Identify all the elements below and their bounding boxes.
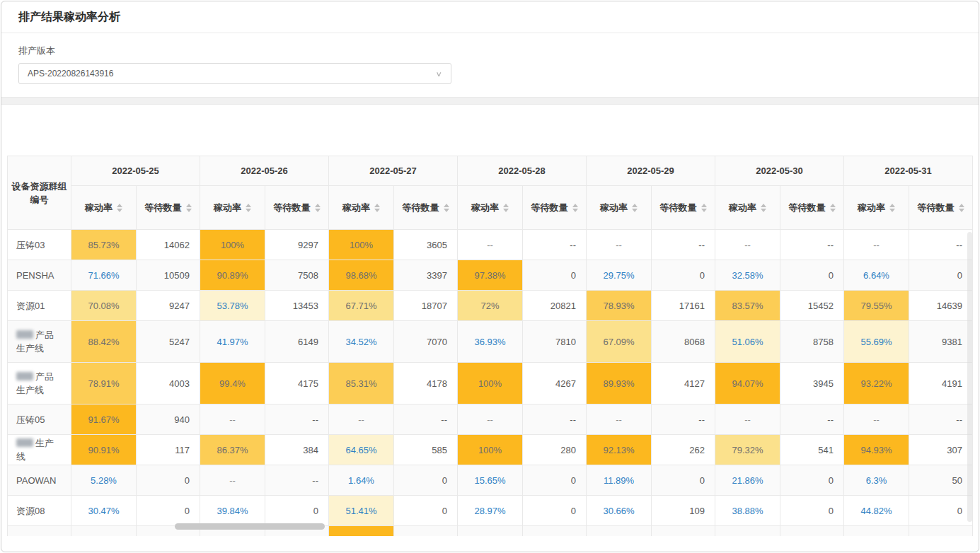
rate-column-header-inner: 稼动率	[715, 202, 780, 214]
rate-cell[interactable]: 21.86%	[715, 465, 780, 496]
sort-icon[interactable]	[374, 204, 380, 212]
rate-cell[interactable]: 6.3%	[844, 465, 909, 496]
rate-cell[interactable]: 100%	[458, 435, 523, 465]
rate-cell[interactable]: 83.57%	[715, 291, 780, 321]
wait-column-header-inner: 等待数量	[137, 202, 200, 214]
rate-cell[interactable]: 55.69%	[844, 321, 909, 363]
wait-quantity-cell: 0	[652, 260, 715, 291]
rate-column-header-inner: 稼动率	[200, 202, 265, 214]
rate-cell[interactable]: 90.89%	[200, 260, 265, 291]
date-column-header: 2022-05-26	[200, 156, 329, 186]
row-label: 产品生产线	[8, 363, 71, 404]
rate-cell[interactable]: 79.55%	[844, 291, 909, 321]
sort-icon[interactable]	[246, 204, 251, 212]
sort-icon[interactable]	[959, 204, 964, 212]
row-label: 压铸03	[8, 230, 71, 260]
rate-cell[interactable]: 72%	[458, 291, 523, 321]
rate-cell[interactable]: 51.06%	[715, 321, 780, 363]
rate-cell[interactable]: 30.66%	[587, 496, 652, 526]
wait-column-header-inner: 等待数量	[780, 202, 843, 214]
rate-cell[interactable]: 90.91%	[71, 435, 137, 465]
rate-cell[interactable]: 11.89%	[587, 465, 652, 496]
wait-column-header-label: 等待数量	[145, 202, 182, 214]
wait-quantity-cell: 4175	[265, 363, 329, 404]
wait-quantity-cell: 20821	[523, 291, 587, 321]
rate-cell[interactable]: 6.64%	[844, 260, 909, 291]
wait-quantity-cell: 14062	[137, 230, 200, 260]
rate-cell[interactable]: 1.64%	[329, 465, 394, 496]
rate-cell[interactable]: 67.71%	[329, 291, 394, 321]
table-row: PAOWAN5.28%0----1.64%015.65%011.89%021.8…	[8, 465, 973, 496]
rate-cell[interactable]: 94.93%	[844, 435, 909, 465]
rate-cell[interactable]: 36.93%	[458, 321, 523, 363]
rate-cell: --	[329, 404, 394, 435]
rate-cell[interactable]: 93.22%	[844, 363, 909, 404]
rate-cell[interactable]: 97.38%	[458, 260, 523, 291]
row-label: PAOWAN	[8, 465, 71, 496]
caret-down-icon	[761, 209, 766, 212]
rate-cell[interactable]: 32.58%	[715, 260, 780, 291]
rate-cell[interactable]: 30.47%	[71, 496, 137, 526]
wait-quantity-cell: 3945	[780, 363, 844, 404]
sort-icon[interactable]	[830, 204, 836, 212]
rate-cell[interactable]: 70.08%	[71, 291, 137, 321]
sort-icon[interactable]	[186, 204, 192, 212]
rate-cell[interactable]: 92.13%	[587, 435, 652, 465]
sort-icon[interactable]	[632, 204, 638, 212]
sort-icon[interactable]	[117, 204, 122, 212]
rate-cell[interactable]: 79.32%	[715, 435, 780, 465]
rate-cell	[71, 526, 137, 537]
rate-cell[interactable]: 39.84%	[200, 496, 265, 526]
rate-cell[interactable]: 85.73%	[71, 230, 137, 260]
rate-cell[interactable]: 94.07%	[715, 363, 780, 404]
vertical-scrollbar[interactable]	[967, 232, 972, 522]
rate-cell[interactable]: 91.67%	[71, 404, 137, 435]
rate-cell[interactable]: 5.28%	[71, 465, 137, 496]
table-row: 压铸0591.67%940------------------------	[8, 404, 973, 435]
rate-cell[interactable]: 29.75%	[587, 260, 652, 291]
sort-icon[interactable]	[572, 204, 578, 212]
sort-icon[interactable]	[701, 204, 707, 212]
caret-down-icon	[503, 209, 509, 212]
rate-cell[interactable]: 78.93%	[587, 291, 652, 321]
sort-icon[interactable]	[889, 204, 895, 212]
version-select[interactable]: APS-20220826143916 ∨	[18, 63, 451, 84]
sort-icon[interactable]	[315, 204, 321, 212]
sort-icon[interactable]	[444, 204, 449, 212]
wait-quantity-cell: 0	[523, 465, 587, 496]
wait-column-header: 等待数量	[523, 186, 587, 230]
rate-cell[interactable]: 85.31%	[329, 363, 394, 404]
wait-quantity-cell: --	[265, 465, 329, 496]
rate-cell[interactable]: 100%	[458, 363, 523, 404]
rate-cell[interactable]: 71.66%	[71, 260, 137, 291]
chevron-down-icon: ∨	[435, 70, 442, 77]
rate-cell[interactable]: 51.41%	[329, 496, 394, 526]
wait-quantity-cell: --	[265, 404, 329, 435]
rate-cell[interactable]: 67.09%	[587, 321, 652, 363]
rate-cell[interactable]: 99.4%	[200, 363, 265, 404]
sort-icon[interactable]	[503, 204, 509, 212]
caret-up-icon	[246, 204, 251, 207]
rate-cell[interactable]: 44.82%	[844, 496, 909, 526]
rate-cell[interactable]: 41.97%	[200, 321, 265, 363]
rate-cell[interactable]: 86.37%	[200, 435, 265, 465]
rate-cell[interactable]: 38.88%	[715, 496, 780, 526]
rate-column-header: 稼动率	[458, 186, 523, 230]
wait-column-header-label: 等待数量	[918, 202, 955, 214]
sort-icon[interactable]	[761, 204, 766, 212]
rate-cell[interactable]: 53.78%	[200, 291, 265, 321]
rate-cell[interactable]: 78.91%	[71, 363, 137, 404]
rate-cell[interactable]: 98.68%	[329, 260, 394, 291]
horizontal-scrollbar[interactable]	[175, 523, 325, 530]
caret-down-icon	[959, 209, 964, 212]
rate-cell[interactable]: 100%	[329, 230, 394, 260]
rate-cell[interactable]: 15.65%	[458, 465, 523, 496]
rate-cell[interactable]: 88.42%	[71, 321, 137, 363]
rate-cell[interactable]: 89.93%	[587, 363, 652, 404]
rate-cell[interactable]: 34.52%	[329, 321, 394, 363]
rate-cell[interactable]: 100%	[200, 230, 265, 260]
rate-cell[interactable]: 28.97%	[458, 496, 523, 526]
wait-column-header-label: 等待数量	[789, 202, 826, 214]
analysis-section: 设备资源群组编号2022-05-252022-05-262022-05-2720…	[1, 105, 979, 536]
rate-cell[interactable]: 64.65%	[329, 435, 394, 465]
